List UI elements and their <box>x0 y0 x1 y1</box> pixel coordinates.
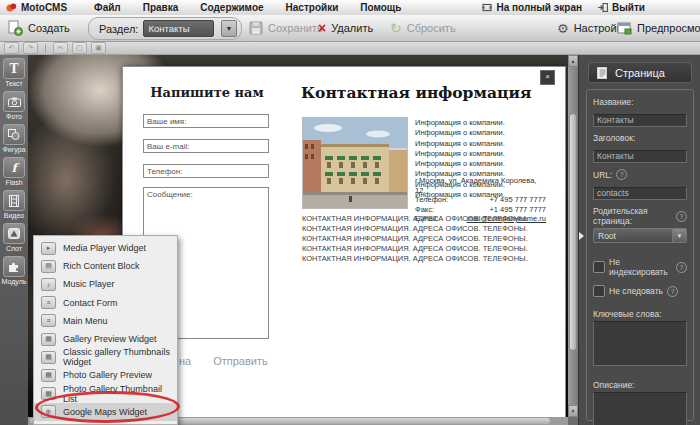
menu-item-label: Gallery Preview Widget <box>63 334 157 344</box>
page-url-input[interactable] <box>593 187 687 200</box>
submit-button[interactable]: Отправить <box>213 355 268 367</box>
menu-item-google-maps[interactable]: ⊕ Google Maps Widget <box>34 403 177 421</box>
help-icon[interactable]: ? <box>667 286 678 297</box>
camera-icon <box>3 91 25 112</box>
message-field-label: Сообщение: <box>147 190 193 199</box>
sidebar-item-flash[interactable]: f Flash <box>0 157 28 187</box>
gallery-icon: ▦ <box>41 333 56 346</box>
menu-item-rich-content[interactable]: ▤ Rich Content Block <box>34 257 177 275</box>
fax-value: +1 495 777 7777 <box>489 205 546 215</box>
scroll-up-icon[interactable]: ▲ <box>568 55 578 67</box>
menu-item-photo-gallery-preview[interactable]: ▦ Photo Gallery Preview <box>34 366 177 384</box>
noindex-row: Не индексировать ? <box>593 257 687 277</box>
menu-item-media-player[interactable]: ▸ Media Player Widget <box>34 239 177 257</box>
sidebar-item-photo[interactable]: Фото <box>0 91 28 121</box>
menu-help[interactable]: Помощь <box>349 2 412 13</box>
menu-item-main-menu[interactable]: ≡ Main Menu <box>34 312 177 330</box>
fullscreen-label: На полный экран <box>496 2 582 13</box>
heading-label: Заголовок: <box>593 133 687 143</box>
create-button[interactable]: Создать <box>7 15 70 41</box>
tool-label: Видео <box>0 211 28 220</box>
delete-button[interactable]: × Удалить <box>318 15 373 41</box>
rich-content-icon: ▤ <box>41 260 56 273</box>
noindex-checkbox[interactable] <box>593 261 605 273</box>
parent-page-select[interactable]: Root ▼ <box>593 228 687 243</box>
reset-button[interactable]: ↻ Сбросить <box>390 15 456 41</box>
preview-label: Предпросмотр <box>637 22 700 34</box>
sidebar-item-video[interactable]: Видео <box>0 190 28 220</box>
sidebar-item-slot[interactable]: Слот <box>0 223 28 253</box>
cut-icon[interactable]: ✂ <box>53 42 68 54</box>
tool-label: Текст <box>0 79 28 88</box>
brand-name: MotoCMS <box>21 2 67 13</box>
scrollbar-corner <box>568 417 578 425</box>
copy-icon[interactable]: ▢ <box>72 42 87 54</box>
menu-edit[interactable]: Правка <box>132 2 190 13</box>
section-select[interactable]: Контакты <box>143 20 214 37</box>
music-player-icon: ♪ <box>41 278 56 291</box>
page-name-input[interactable] <box>593 114 687 127</box>
menu-item-music-player[interactable]: ♪ Music Player <box>34 275 177 293</box>
menu-item-label: Classic gallery Thumbnails Widget <box>63 347 177 367</box>
help-icon[interactable]: ? <box>676 211 687 222</box>
main-toolbar: Создать Раздел: Контакты ▼ Сохранить × У… <box>0 15 700 42</box>
description-textarea[interactable] <box>593 392 687 425</box>
toolbar-divider <box>45 44 46 53</box>
motocms-logo-icon <box>6 2 17 13</box>
tool-label: Flash <box>0 178 28 187</box>
preview-icon <box>617 22 632 35</box>
text-tool-icon: T <box>3 58 25 79</box>
menubar: MotoCMS Файл Правка Содержимое Настройки… <box>0 0 700 16</box>
shapes-icon <box>3 124 25 145</box>
section-dropdown-arrow-icon[interactable]: ▼ <box>221 20 237 37</box>
vertical-scroll-thumb[interactable] <box>569 113 577 351</box>
vertical-scrollbar[interactable]: ▲ ▼ <box>568 55 578 417</box>
page-heading-input[interactable] <box>593 150 687 163</box>
form-title: Напишите нам <box>143 85 271 100</box>
panel-title: Страница <box>615 67 665 79</box>
description-label: Описание: <box>593 380 687 390</box>
preview-button[interactable]: Предпросмотр <box>617 15 700 41</box>
menu-settings[interactable]: Настройки <box>275 2 350 13</box>
tool-label: Фигура <box>0 145 28 154</box>
menu-item-gallery-preview[interactable]: ▦ Gallery Preview Widget <box>34 330 177 348</box>
reset-icon: ↻ <box>390 21 402 35</box>
name-label: Название: <box>593 97 687 107</box>
menu-file[interactable]: Файл <box>83 2 132 13</box>
scroll-down-icon[interactable]: ▼ <box>568 405 578 417</box>
captcha-partial-text: на <box>179 355 191 367</box>
tool-label: Фото <box>0 112 28 121</box>
panel-collapse-icon[interactable] <box>579 232 584 240</box>
sidebar-item-text[interactable]: T Текст <box>0 58 28 88</box>
menu-item-label: Main Menu <box>63 316 108 326</box>
menu-item-photo-gallery-thumblist[interactable]: ▦ Photo Gallery Thumbnail List <box>34 385 177 403</box>
paste-icon[interactable]: ▣ <box>91 42 106 54</box>
menu-content[interactable]: Содержимое <box>189 2 274 13</box>
undo-icon[interactable]: ↶ <box>4 42 19 54</box>
exit-label: Выйти <box>612 2 645 13</box>
parent-page-value: Root <box>594 231 672 241</box>
media-player-icon: ▸ <box>41 242 56 255</box>
noindex-label: Не индексировать <box>609 257 672 277</box>
gallery-icon: ▦ <box>41 387 56 400</box>
nofollow-checkbox[interactable] <box>593 285 605 297</box>
help-icon[interactable]: ? <box>616 169 627 180</box>
sidebar-item-shape[interactable]: Фигура <box>0 124 28 154</box>
fullscreen-icon <box>482 3 492 12</box>
fullscreen-button[interactable]: На полный экран <box>482 2 582 13</box>
name-field[interactable]: Ваше имя: <box>143 114 269 128</box>
email-field[interactable]: Ваш e-mail: <box>143 139 269 153</box>
keywords-textarea[interactable] <box>593 321 687 366</box>
sidebar-item-module[interactable]: Модуль <box>0 256 28 286</box>
panel-header: Страница <box>588 62 692 83</box>
parent-page-label: Родительская страница: ? <box>593 206 687 226</box>
address-line: г.Москва, ул. Академика Королева, 12. <box>415 176 546 195</box>
menu-item-contact-form[interactable]: ≡ Contact Form <box>34 294 177 312</box>
redo-icon[interactable]: ↷ <box>23 42 38 54</box>
exit-button[interactable]: Выйти <box>598 2 645 13</box>
save-button[interactable]: Сохранить <box>249 15 323 41</box>
phone-field[interactable]: Телефон: <box>143 164 269 178</box>
tool-label: Модуль <box>0 277 28 286</box>
help-icon[interactable]: ? <box>676 262 687 273</box>
menu-item-classic-gallery-thumbs[interactable]: ▦ Classic gallery Thumbnails Widget <box>34 348 177 366</box>
